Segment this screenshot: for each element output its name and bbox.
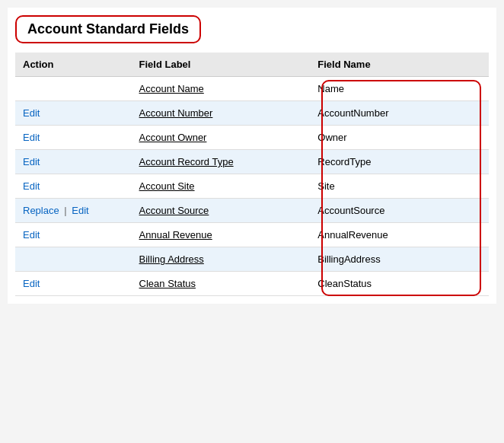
field-name-cell: RecordType (310, 150, 489, 174)
table-row: EditAccount SiteSite (15, 174, 489, 199)
page-container: Account Standard Fields Action Field Lab… (8, 8, 496, 304)
header-field-label: Field Label (132, 53, 311, 77)
header-field-name: Field Name (310, 53, 489, 77)
table-row: EditAccount NumberAccountNumber (15, 101, 489, 126)
field-label-cell: Clean Status (132, 272, 311, 296)
field-label-link[interactable]: Account Record Type (139, 156, 234, 167)
field-name-cell: BillingAddress (310, 247, 489, 272)
field-label-link[interactable]: Billing Address (139, 253, 204, 265)
table-row: Replace | EditAccount SourceAccountSourc… (15, 199, 489, 223)
action-cell: Edit (15, 174, 132, 199)
field-label-link[interactable]: Clean Status (139, 278, 196, 289)
field-label-link[interactable]: Account Number (139, 107, 213, 119)
field-label-link[interactable]: Account Name (139, 83, 204, 94)
field-label-link[interactable]: Account Owner (139, 132, 207, 143)
edit-link[interactable]: Edit (23, 180, 40, 192)
action-cell (15, 77, 132, 101)
table-header-row: Action Field Label Field Name (15, 53, 489, 77)
action-cell: Edit (15, 150, 132, 174)
table-row: EditAccount OwnerOwner (15, 126, 489, 150)
field-label-cell: Account Site (132, 174, 311, 199)
field-label-link[interactable]: Account Source (139, 205, 209, 216)
field-name-cell: AnnualRevenue (310, 223, 489, 247)
action-cell: Replace | Edit (15, 199, 132, 223)
action-separator: | (62, 205, 70, 216)
field-name-cell: Owner (310, 126, 489, 150)
field-label-cell: Account Number (132, 101, 311, 126)
table-row: EditClean StatusCleanStatus (15, 272, 489, 296)
table-row: EditAccount Record TypeRecordType (15, 150, 489, 174)
field-label-cell: Billing Address (132, 247, 311, 272)
field-label-cell: Account Owner (132, 126, 311, 150)
edit-link[interactable]: Edit (23, 132, 40, 143)
edit-link[interactable]: Edit (23, 278, 40, 289)
replace-link[interactable]: Replace (23, 205, 59, 216)
field-name-cell: AccountNumber (310, 101, 489, 126)
edit-link[interactable]: Edit (23, 107, 40, 119)
header-action: Action (15, 53, 132, 77)
field-label-cell: Annual Revenue (132, 223, 311, 247)
table-row: Account NameName (15, 77, 489, 101)
field-label-cell: Account Name (132, 77, 311, 101)
field-label-cell: Account Source (132, 199, 311, 223)
action-cell: Edit (15, 101, 132, 126)
page-title: Account Standard Fields (27, 21, 189, 37)
action-cell: Edit (15, 272, 132, 296)
edit-link[interactable]: Edit (23, 156, 40, 167)
action-cell (15, 247, 132, 272)
table-row: EditAnnual RevenueAnnualRevenue (15, 223, 489, 247)
action-cell: Edit (15, 223, 132, 247)
field-name-cell: Name (310, 77, 489, 101)
action-cell: Edit (15, 126, 132, 150)
edit-link[interactable]: Edit (23, 229, 40, 241)
fields-table: Action Field Label Field Name Account Na… (15, 53, 489, 296)
field-name-cell: CleanStatus (310, 272, 489, 296)
field-label-link[interactable]: Annual Revenue (139, 229, 212, 241)
field-name-cell: AccountSource (310, 199, 489, 223)
table-row: Billing AddressBillingAddress (15, 247, 489, 272)
edit-link[interactable]: Edit (72, 205, 88, 216)
field-label-link[interactable]: Account Site (139, 180, 195, 192)
field-name-cell: Site (310, 174, 489, 199)
title-box: Account Standard Fields (15, 15, 201, 43)
table-wrapper: Action Field Label Field Name Account Na… (15, 53, 489, 296)
field-label-cell: Account Record Type (132, 150, 311, 174)
